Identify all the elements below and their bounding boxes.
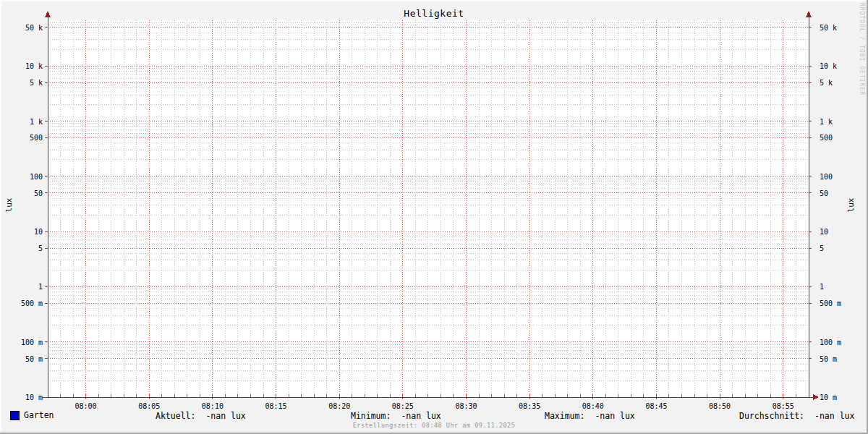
stat-label: Durchschnitt: [739,411,804,421]
svg-text:10 m: 10 m [25,393,43,401]
stat-durchschnitt: Durchschnitt:-nan lux [739,411,854,421]
svg-text:500: 500 [30,134,43,142]
series-name: Garten [24,410,54,420]
svg-text:100 m: 100 m [820,339,841,346]
svg-text:5: 5 [38,244,43,252]
y-axis-label-right: lux [846,191,856,220]
svg-text:50 m: 50 m [820,355,837,363]
svg-text:50: 50 [820,190,828,197]
svg-text:10: 10 [34,228,43,236]
svg-text:1 k: 1 k [30,118,43,126]
creation-timestamp: Erstellungszeit: 08:48 Uhr am 09.11.2025 [0,422,868,429]
svg-text:50: 50 [34,190,43,197]
svg-text:1: 1 [38,283,43,291]
svg-text:50 k: 50 k [820,24,837,32]
svg-text:5 k: 5 k [30,79,43,87]
svg-text:08:50: 08:50 [709,402,731,410]
svg-text:08:10: 08:10 [202,402,224,410]
svg-text:100: 100 [820,173,833,181]
rrdtool-graph: Helligkeit 08:0008:0508:1008:1508:2008:2… [0,0,868,434]
svg-text:5: 5 [820,244,824,252]
y-axis-label-left: lux [4,191,14,220]
svg-text:08:35: 08:35 [519,402,540,410]
stat-label: Minimum: [351,411,391,421]
svg-text:1 k: 1 k [820,118,833,126]
stat-value: -nan lux [401,411,441,421]
svg-text:10 k: 10 k [820,62,837,70]
svg-text:10: 10 [820,228,828,236]
rrdtool-watermark: RRDTOOL / TOBI OETIKER [859,3,865,140]
svg-text:08:00: 08:00 [75,402,97,410]
stat-value: -nan lux [595,411,634,421]
svg-text:500 m: 500 m [820,299,841,307]
svg-text:500 m: 500 m [21,299,43,307]
stat-minimum: Minimum:-nan lux [351,411,441,421]
svg-text:10 m: 10 m [820,393,837,401]
svg-text:08:30: 08:30 [455,402,477,410]
svg-text:08:45: 08:45 [645,402,667,410]
legend-row: Garten Aktuell:-nan lux Minimum:-nan lux… [0,410,868,422]
stat-aktuell: Aktuell:-nan lux [156,411,246,421]
stat-value: -nan lux [814,411,854,421]
svg-text:5 k: 5 k [820,79,833,87]
svg-text:08:15: 08:15 [265,402,286,410]
svg-text:10 k: 10 k [25,62,43,70]
svg-text:08:20: 08:20 [328,402,350,410]
svg-text:100: 100 [30,173,43,181]
svg-text:500: 500 [820,134,833,142]
stat-value: -nan lux [205,411,245,421]
svg-text:100 m: 100 m [21,339,43,346]
series-color-swatch [10,411,20,420]
svg-text:08:05: 08:05 [138,402,160,410]
svg-text:08:55: 08:55 [773,402,794,410]
legend-item-garten: Garten [10,410,54,420]
plot-area: 08:0008:0508:1008:1508:2008:2508:3008:35… [0,0,868,434]
svg-text:50 m: 50 m [25,355,43,363]
stat-label: Maximum: [545,411,584,421]
svg-text:08:25: 08:25 [392,402,414,410]
stat-label: Aktuell: [156,411,195,421]
svg-text:08:40: 08:40 [582,402,604,410]
svg-text:50 k: 50 k [25,24,43,32]
stat-maximum: Maximum:-nan lux [545,411,635,421]
svg-text:1: 1 [820,283,824,291]
